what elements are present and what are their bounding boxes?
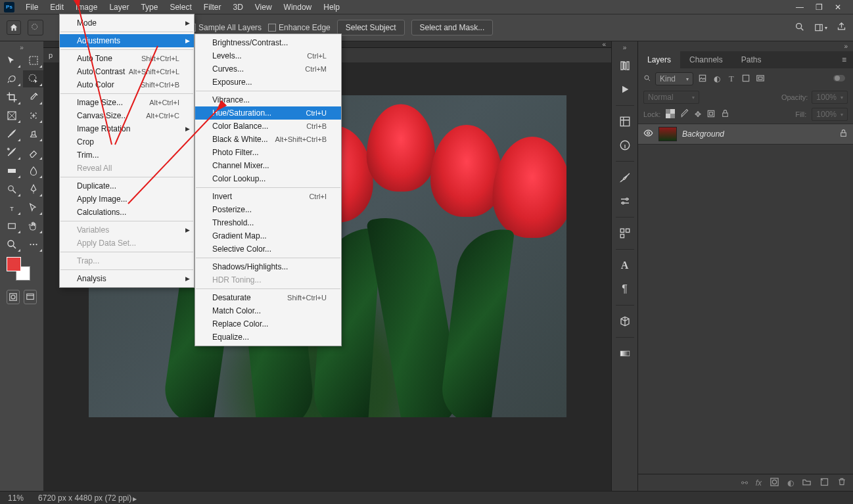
close-icon[interactable]: ✕	[835, 3, 841, 12]
clone-stamp-tool[interactable]	[23, 126, 43, 143]
filter-toggle-icon[interactable]	[833, 74, 848, 84]
marquee-tool[interactable]	[23, 52, 43, 69]
minimize-icon[interactable]: —	[796, 3, 804, 12]
brushes-icon[interactable]	[616, 168, 634, 187]
tab-layers[interactable]: Layers	[638, 51, 680, 68]
menu-item-equalize-[interactable]: Equalize...	[195, 331, 341, 344]
healing-brush-tool[interactable]	[23, 107, 43, 124]
menu-item-canvas-size-[interactable]: Canvas Size...Alt+Ctrl+C	[60, 109, 194, 122]
menu-layer[interactable]: Layer	[103, 1, 135, 14]
search-icon[interactable]	[795, 22, 805, 34]
adjustment-layer-icon[interactable]: ◐	[787, 478, 794, 488]
tab-paths[interactable]: Paths	[732, 51, 771, 68]
menu-item-threshold-[interactable]: Threshold...	[195, 216, 341, 229]
quick-select-tool[interactable]	[23, 70, 43, 87]
filter-smart-icon[interactable]	[755, 74, 766, 85]
tool-preset-button[interactable]	[28, 20, 43, 35]
frame-tool[interactable]	[1, 107, 22, 124]
adjustments-icon[interactable]	[616, 192, 634, 210]
select-and-mask-button[interactable]: Select and Mask...	[411, 20, 494, 35]
hand-tool[interactable]	[23, 218, 43, 235]
new-layer-icon[interactable]	[819, 477, 829, 489]
brush-tool[interactable]	[1, 126, 22, 143]
gradient-tool[interactable]	[1, 162, 22, 179]
visibility-eye-icon[interactable]	[643, 128, 653, 140]
eyedropper-tool[interactable]	[23, 89, 43, 106]
select-subject-button[interactable]: Select Subject	[337, 20, 405, 35]
sample-all-layers-checkbox[interactable]: Sample All Layers	[188, 23, 262, 32]
menu-item-brightness-contrast-[interactable]: Brightness/Contrast...	[195, 36, 341, 49]
menu-item-auto-contrast[interactable]: Auto ContrastAlt+Shift+Ctrl+L	[60, 65, 194, 78]
3d-icon[interactable]	[616, 312, 634, 331]
menu-item-desaturate[interactable]: DesaturateShift+Ctrl+U	[195, 291, 341, 304]
menu-item-color-lookup-[interactable]: Color Lookup...	[195, 172, 341, 185]
rectangle-tool[interactable]	[1, 218, 22, 235]
blend-mode-dropdown[interactable]: Normal▾	[643, 91, 699, 104]
menu-item-replace-color-[interactable]: Replace Color...	[195, 317, 341, 331]
pen-tool[interactable]	[23, 181, 43, 198]
zoom-level[interactable]: 11%	[8, 493, 24, 503]
fill-field[interactable]: 100%▾	[812, 108, 848, 121]
layer-row-background[interactable]: Background	[638, 124, 853, 145]
menu-file[interactable]: File	[20, 1, 44, 14]
workspace-switcher-icon[interactable]: ▾	[814, 23, 827, 32]
menu-item-calculations-[interactable]: Calculations...	[60, 206, 194, 219]
menu-item-auto-color[interactable]: Auto ColorShift+Ctrl+B	[60, 78, 194, 91]
menu-item-exposure-[interactable]: Exposure...	[195, 76, 341, 89]
foreground-color-swatch[interactable]	[7, 257, 21, 271]
info-icon[interactable]	[616, 136, 634, 154]
lock-all-icon[interactable]	[721, 109, 729, 120]
lock-artboard-icon[interactable]	[706, 109, 716, 120]
maximize-icon[interactable]: ❐	[816, 3, 823, 12]
menu-select[interactable]: Select	[164, 1, 197, 14]
menu-window[interactable]: Window	[278, 1, 318, 14]
blur-tool[interactable]	[23, 162, 43, 179]
menu-3d[interactable]: 3D	[227, 1, 248, 14]
menu-help[interactable]: Help	[317, 1, 346, 14]
menu-edit[interactable]: Edit	[44, 1, 70, 14]
color-swatches[interactable]	[0, 254, 43, 287]
menu-item-crop[interactable]: Crop	[60, 135, 194, 149]
menu-item-curves-[interactable]: Curves...Ctrl+M	[195, 62, 341, 76]
menu-image[interactable]: Image	[70, 1, 103, 14]
eraser-tool[interactable]	[23, 144, 43, 161]
menu-item-mode[interactable]: Mode	[60, 16, 194, 30]
crop-tool[interactable]	[1, 89, 22, 106]
group-icon[interactable]	[802, 477, 812, 489]
menu-item-channel-mixer-[interactable]: Channel Mixer...	[195, 159, 341, 172]
lock-transparency-icon[interactable]	[666, 109, 675, 120]
character-icon[interactable]: A	[616, 256, 634, 275]
actions-play-icon[interactable]	[616, 80, 634, 99]
lock-pixels-brush-icon[interactable]	[680, 109, 689, 120]
menu-item-analysis[interactable]: Analysis	[60, 272, 194, 285]
menu-view[interactable]: View	[249, 1, 278, 14]
gradient-icon[interactable]	[616, 344, 634, 363]
type-tool[interactable]: T	[1, 199, 22, 216]
menu-item-black-white-[interactable]: Black & White...Alt+Shift+Ctrl+B	[195, 133, 341, 146]
menu-item-photo-filter-[interactable]: Photo Filter...	[195, 146, 341, 159]
menu-item-auto-tone[interactable]: Auto ToneShift+Ctrl+L	[60, 52, 194, 65]
menu-item-match-color-[interactable]: Match Color...	[195, 304, 341, 317]
enhance-edge-checkbox[interactable]: Enhance Edge	[268, 23, 331, 32]
quick-mask-icon[interactable]	[7, 290, 20, 304]
menu-item-selective-color-[interactable]: Selective Color...	[195, 242, 341, 256]
layer-name[interactable]: Background	[682, 129, 724, 139]
libraries-icon[interactable]	[616, 57, 634, 75]
menu-item-color-balance-[interactable]: Color Balance...Ctrl+B	[195, 120, 341, 133]
filter-adjustment-icon[interactable]: ◐	[712, 74, 722, 83]
menu-item-hue-saturation-[interactable]: Hue/Saturation...Ctrl+U	[195, 106, 341, 120]
panel-menu-icon[interactable]: ≡	[835, 51, 853, 68]
menu-item-trim-[interactable]: Trim...	[60, 149, 194, 162]
path-select-tool[interactable]	[23, 199, 43, 216]
link-layers-icon[interactable]: ⚯	[741, 478, 748, 488]
delete-layer-icon[interactable]	[837, 477, 846, 488]
edit-toolbar[interactable]	[23, 236, 43, 253]
document-info[interactable]: 6720 px x 4480 px (72 ppi)	[38, 493, 137, 503]
properties-icon[interactable]	[616, 112, 634, 131]
move-tool[interactable]	[1, 52, 22, 69]
zoom-tool[interactable]	[1, 236, 22, 253]
fx-icon[interactable]: fx	[756, 478, 762, 488]
share-icon[interactable]	[837, 22, 846, 34]
menu-item-levels-[interactable]: Levels...Ctrl+L	[195, 49, 341, 62]
swatches-icon[interactable]	[616, 224, 634, 242]
